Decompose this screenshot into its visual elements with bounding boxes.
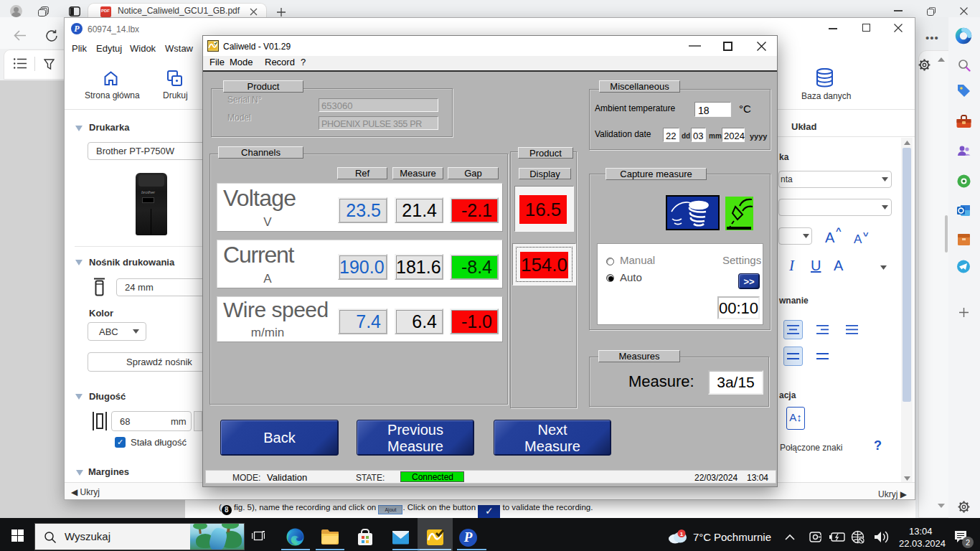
svg-text:1: 1 xyxy=(680,531,684,537)
